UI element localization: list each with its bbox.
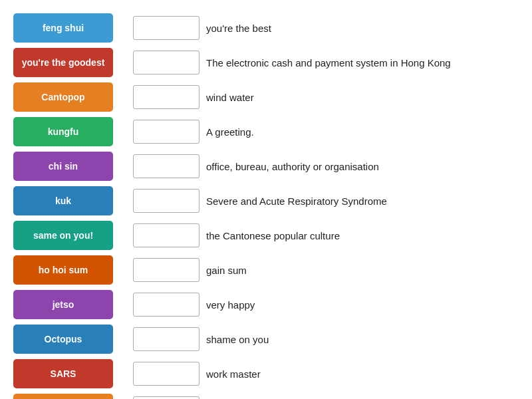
term-button-kuk[interactable]: kuk	[13, 186, 113, 215]
definition-row-1: you're the best	[133, 13, 519, 43]
drop-box-2[interactable]	[133, 51, 200, 74]
definition-text-2: The electronic cash and payment system i…	[206, 56, 451, 70]
drop-box-9[interactable]	[133, 293, 200, 317]
definition-text-7: the Cantonese popular culture	[206, 229, 340, 243]
drop-box-4[interactable]	[133, 120, 200, 144]
definitions-column: you're the bestThe electronic cash and p…	[133, 13, 519, 399]
matching-exercise: feng shuiyou're the goodestCantopopkungf…	[13, 13, 519, 399]
drop-box-8[interactable]	[133, 258, 200, 282]
definition-text-10: shame on you	[206, 332, 269, 346]
drop-box-1[interactable]	[133, 16, 200, 40]
terms-column: feng shuiyou're the goodestCantopopkungf…	[13, 13, 113, 399]
definition-text-8: gain sum	[206, 263, 247, 277]
drop-box-12[interactable]	[133, 396, 200, 399]
definition-text-11: work master	[206, 367, 261, 381]
definition-text-3: wind water	[206, 90, 254, 104]
definition-text-4: A greeting.	[206, 125, 254, 139]
drop-box-11[interactable]	[133, 362, 200, 386]
term-button-cantopop[interactable]: Cantopop	[13, 82, 113, 112]
definition-row-7: the Cantonese popular culture	[133, 221, 519, 250]
term-button-feng-shui[interactable]: feng shui	[13, 13, 113, 43]
drop-box-10[interactable]	[133, 327, 200, 351]
definition-row-5: office, bureau, authority or organisatio…	[133, 152, 519, 181]
definition-row-4: A greeting.	[133, 117, 519, 146]
definition-text-6: Severe and Acute Respiratory Syndrome	[206, 194, 387, 208]
term-button-ho-hoi-sum[interactable]: ho hoi sum	[13, 255, 113, 285]
definition-row-11: work master	[133, 359, 519, 388]
definition-text-9: very happy	[206, 298, 255, 312]
definition-row-8: gain sum	[133, 255, 519, 285]
term-button-sars[interactable]: SARS	[13, 359, 113, 388]
definition-row-2: The electronic cash and payment system i…	[133, 48, 519, 77]
term-button-octopus[interactable]: Octopus	[13, 325, 113, 354]
term-button-same-on-you[interactable]: same on you!	[13, 221, 113, 250]
term-button-youre-the-goodest[interactable]: you're the goodest	[13, 48, 113, 77]
definition-row-12: crazy, silly	[133, 394, 519, 399]
definition-text-5: office, bureau, authority or organisatio…	[206, 160, 379, 174]
term-button-chi-sin[interactable]: chi sin	[13, 152, 113, 181]
drop-box-5[interactable]	[133, 154, 200, 178]
drop-box-6[interactable]	[133, 189, 200, 213]
definition-row-9: very happy	[133, 290, 519, 319]
term-button-long-time-no-see[interactable]: long time no see	[13, 394, 113, 399]
term-button-kungfu[interactable]: kungfu	[13, 117, 113, 146]
definition-row-10: shame on you	[133, 325, 519, 354]
drop-box-3[interactable]	[133, 85, 200, 109]
definition-row-3: wind water	[133, 82, 519, 112]
definition-row-6: Severe and Acute Respiratory Syndrome	[133, 186, 519, 215]
drop-box-7[interactable]	[133, 223, 200, 247]
definition-text-1: you're the best	[206, 21, 271, 35]
term-button-jetso[interactable]: jetso	[13, 290, 113, 319]
